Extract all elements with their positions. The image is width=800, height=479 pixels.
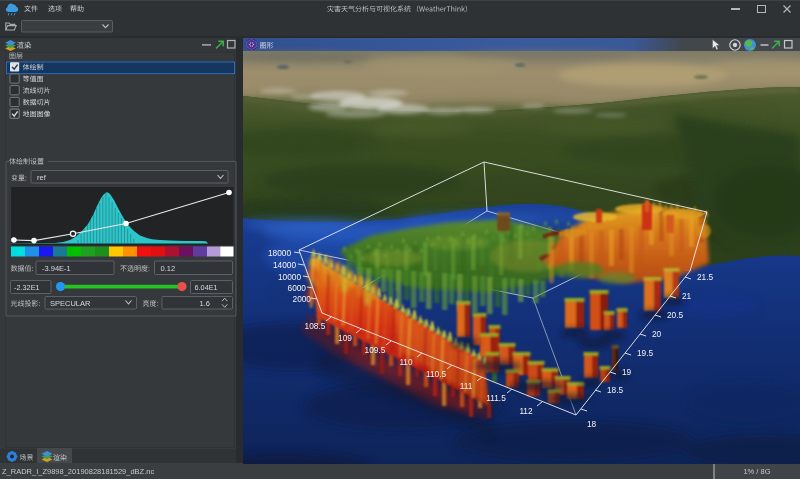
svg-text:14000: 14000 (273, 260, 296, 270)
svg-text:19.5: 19.5 (637, 348, 654, 358)
svg-text:18000: 18000 (268, 248, 291, 258)
svg-text:111: 111 (460, 381, 473, 391)
svg-text:109: 109 (338, 333, 352, 343)
svg-text:110.5: 110.5 (426, 369, 447, 379)
svg-text:112: 112 (519, 406, 533, 416)
svg-text:18: 18 (587, 419, 597, 429)
svg-text:21.5: 21.5 (697, 272, 714, 282)
svg-text:2000: 2000 (293, 294, 312, 304)
svg-text:20: 20 (652, 329, 662, 339)
svg-text:21: 21 (682, 291, 692, 301)
svg-text:6000: 6000 (288, 283, 307, 293)
svg-text:111.5: 111.5 (486, 393, 506, 403)
svg-text:10000: 10000 (278, 272, 301, 282)
svg-text:110: 110 (399, 357, 413, 367)
svg-text:108.5: 108.5 (305, 321, 326, 331)
svg-text:20.5: 20.5 (667, 310, 684, 320)
svg-text:18.5: 18.5 (607, 385, 624, 395)
svg-text:19: 19 (622, 367, 632, 377)
svg-text:109.5: 109.5 (365, 345, 386, 355)
